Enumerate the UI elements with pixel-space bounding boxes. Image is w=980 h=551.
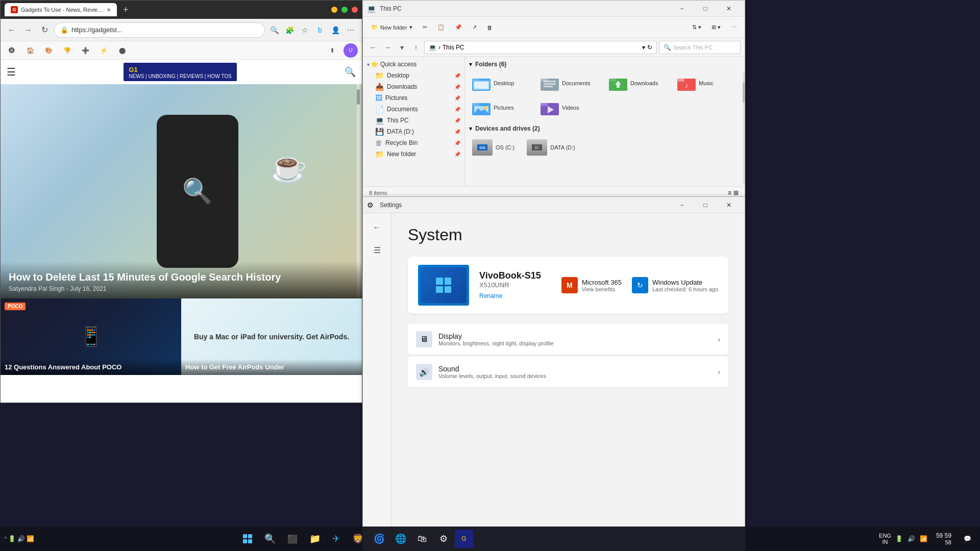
settings-maximize-button[interactable]: □: [694, 197, 717, 213]
scroll-up[interactable]: ⬆: [325, 43, 339, 58]
start-button[interactable]: [237, 529, 258, 549]
folder-videos[interactable]: Videos: [537, 96, 604, 119]
network-icon[interactable]: 🔋: [8, 535, 16, 543]
drives-toggle-button[interactable]: ▾: [469, 125, 472, 132]
cut-button[interactable]: ✂: [419, 22, 431, 33]
plus-bookmark[interactable]: ➕: [78, 43, 92, 58]
explorer-forward-button[interactable]: →: [381, 41, 394, 54]
browser-minimize-button[interactable]: [331, 7, 337, 13]
dot-bookmark[interactable]: ⬤: [115, 43, 129, 58]
search-button[interactable]: 🔍: [267, 23, 281, 37]
sidebar-item-recycle[interactable]: 🗑 Recycle Bin 📌: [363, 137, 464, 148]
explorer-maximize-button[interactable]: □: [694, 1, 717, 17]
browser-tab-active[interactable]: G Gadgets To Use - News, Review... ✕: [5, 3, 117, 16]
site-search-icon[interactable]: 🔍: [345, 66, 356, 78]
profile-button[interactable]: 👤: [328, 23, 342, 37]
view-button[interactable]: ⊞ ▾: [707, 22, 725, 33]
hamburger-menu[interactable]: ☰: [7, 66, 16, 78]
file-explorer-taskbar-button[interactable]: 📁: [305, 529, 325, 549]
forward-button[interactable]: →: [21, 23, 35, 37]
pc-rename-link[interactable]: Rename: [479, 292, 502, 299]
refresh-button[interactable]: ↻: [37, 23, 52, 37]
explorer-address-path[interactable]: 💻 › This PC ▾ ↻: [424, 41, 657, 54]
folder-downloads[interactable]: Downloads: [606, 72, 672, 94]
path-expand[interactable]: ▾: [642, 44, 645, 51]
app-settings-taskbar-button[interactable]: ⚙: [433, 529, 454, 549]
palette-bookmark[interactable]: 🎨: [41, 43, 56, 58]
language-indicator[interactable]: ENG IN: [879, 533, 891, 545]
battery-icon[interactable]: 🔋: [895, 535, 903, 543]
settings-back-button[interactable]: ←: [367, 217, 387, 238]
folder-music[interactable]: ♪ Music: [674, 72, 741, 94]
sidebar-item-desktop[interactable]: 📁 Desktop 📌: [363, 70, 464, 81]
wifi-icon[interactable]: 📶: [26, 535, 34, 543]
settings-sound-item[interactable]: 🔊 Sound Volume levels, output, input, so…: [408, 357, 728, 387]
app-store-button[interactable]: 🛍: [412, 529, 432, 549]
sidebar-item-thispc[interactable]: 💻 This PC 📌: [363, 115, 464, 126]
thumbsdown-bookmark[interactable]: 👎: [60, 43, 74, 58]
sidebar-item-pictures[interactable]: 🖼 Pictures 📌: [363, 92, 464, 104]
windows-update-action[interactable]: ↻ Windows Update Last checked: 6 hours a…: [632, 277, 718, 293]
explorer-minimize-button[interactable]: −: [670, 1, 694, 17]
more-button[interactable]: ⋯: [344, 23, 358, 37]
extensions-button[interactable]: 🧩: [282, 23, 297, 37]
more-options-button[interactable]: ⋯: [727, 22, 741, 33]
settings-close-button[interactable]: ✕: [717, 197, 741, 213]
address-bar[interactable]: 🔒 https://gadgetst...: [54, 22, 265, 38]
folder-desktop[interactable]: Desktop: [469, 72, 535, 94]
tray-expand-button[interactable]: ^: [4, 536, 7, 542]
favorites-button[interactable]: ☆: [298, 23, 312, 37]
sidebar-quick-access-header[interactable]: ▾ ⭐ Quick access: [363, 59, 464, 70]
gtu-app-button[interactable]: G: [455, 530, 473, 548]
new-folder-button[interactable]: 📁 New folder ▾: [367, 22, 416, 33]
folder-documents[interactable]: Documents: [537, 72, 604, 94]
share-button[interactable]: ↗: [468, 22, 481, 33]
grid-view-button[interactable]: ⊞: [733, 189, 739, 196]
volume-icon[interactable]: 🔊: [17, 535, 25, 543]
back-button[interactable]: ←: [5, 23, 19, 37]
home-bookmark[interactable]: 🏠: [23, 43, 37, 58]
sidebar-item-data[interactable]: 💾 DATA (D:) 📌: [363, 126, 464, 137]
article-card-2[interactable]: Buy a Mac or iPad for university. Get Ai…: [181, 298, 362, 375]
drive-c[interactable]: OS OS (C:): [469, 136, 518, 159]
task-view-button[interactable]: ⬛: [282, 529, 303, 549]
app-chrome-button[interactable]: 🌐: [390, 529, 411, 549]
settings-minimize-button[interactable]: −: [670, 197, 694, 213]
list-view-button[interactable]: ≡: [728, 189, 731, 196]
path-refresh[interactable]: ↻: [647, 44, 652, 51]
explorer-back-button[interactable]: ←: [367, 41, 379, 54]
sort-button[interactable]: ⇅ ▾: [688, 22, 705, 33]
folders-toggle-button[interactable]: ▾: [469, 61, 472, 68]
user-avatar[interactable]: U: [344, 43, 358, 58]
app-brave-button[interactable]: 🦁: [348, 529, 368, 549]
copy-button[interactable]: 📋: [433, 22, 449, 33]
system-clock[interactable]: 59 59 58: [932, 531, 955, 546]
sidebar-item-downloads[interactable]: 📥 Downloads 📌: [363, 81, 464, 92]
app-edge-button[interactable]: 🌀: [369, 529, 389, 549]
wifi-tray-icon[interactable]: 📶: [920, 535, 928, 543]
folder-pictures[interactable]: Pictures: [469, 96, 535, 119]
microsoft365-action[interactable]: M Microsoft 365 View benefits: [561, 277, 622, 293]
browser-maximize-button[interactable]: [341, 7, 348, 13]
taskbar-search-button[interactable]: 🔍: [260, 529, 280, 549]
settings-display-item[interactable]: 🖥 Display Monitors, brightness, night li…: [408, 324, 728, 355]
sidebar-item-documents[interactable]: 📄 Documents 📌: [363, 104, 464, 115]
bing-button[interactable]: b: [313, 23, 327, 37]
tab-close-button[interactable]: ✕: [107, 7, 111, 13]
delete-button[interactable]: 🗑: [483, 22, 497, 33]
explorer-up-button[interactable]: ↑: [410, 41, 422, 54]
drive-d[interactable]: D: DATA (D:): [524, 136, 578, 159]
explorer-search-box[interactable]: 🔍 Search This PC: [659, 41, 741, 54]
wordpress-bookmark[interactable]: 🅦: [5, 43, 19, 58]
explorer-history-button[interactable]: ▾: [396, 41, 408, 54]
new-tab-button[interactable]: +: [119, 3, 133, 17]
notification-button[interactable]: 💬: [960, 531, 976, 547]
app-telegram-button[interactable]: ✈: [326, 529, 347, 549]
sidebar-item-newfolder[interactable]: 📁 New folder 📌: [363, 148, 464, 160]
article-card-1[interactable]: POCO 📱 12 Questions Answered About POCO: [1, 298, 181, 375]
browser-close-button[interactable]: [352, 7, 358, 13]
code-bookmark[interactable]: ⚡: [96, 43, 111, 58]
article-hero[interactable]: 🔍 ☕ How to Delete Last 15 Minutes of Goo…: [1, 84, 362, 298]
paste-button[interactable]: 📌: [451, 22, 466, 33]
settings-menu-button[interactable]: ☰: [367, 240, 387, 260]
